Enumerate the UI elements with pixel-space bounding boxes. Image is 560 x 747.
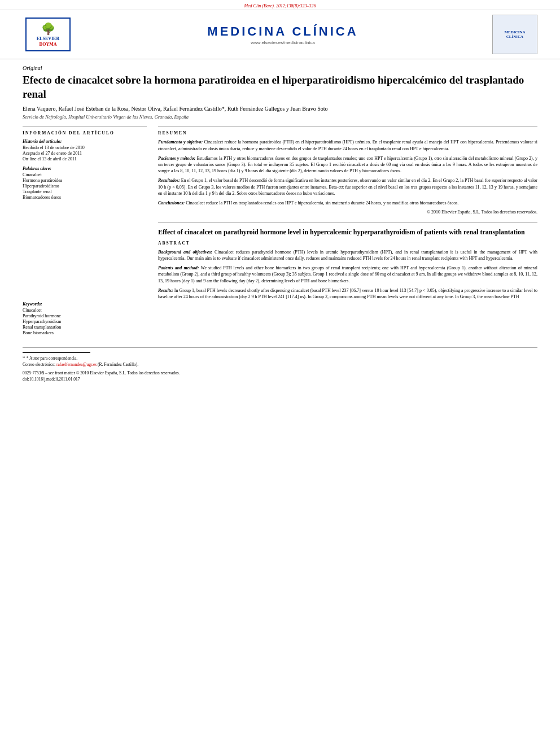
info-section-title: INFORMACIÓN DEL ARTÍCULO	[23, 130, 147, 136]
patients-label: Patients and method:	[158, 265, 199, 270]
email-line: Correo electrónico: rafaelfernandea@ugr.…	[23, 362, 537, 367]
fundamento-text: Cinacalcet reduce la hormona paratiroide…	[158, 139, 537, 151]
conclusiones-text: Cinacalcet reduce la PTH en trasplantado…	[186, 200, 458, 206]
article-title: Efecto de cinacalcet sobre la hormona pa…	[23, 73, 537, 101]
citation-bar: Med Clin (Barc). 2012;138(8):323–326	[0, 0, 560, 10]
journal-website: www.elsevier.es/medicinaclinica	[73, 40, 492, 45]
affiliation: Servicio de Nefrología, Hospital Univers…	[23, 114, 537, 120]
footnote: * * Autor para correspondencia.	[23, 355, 537, 361]
keyword-3: Hiperparatiroidismo	[23, 184, 147, 189]
eng-keyword-2: Parathyroid hormone	[23, 313, 147, 318]
see-front-text: – see front matter © 2010 Elsevier Españ…	[45, 370, 180, 375]
background-label: Background and objectives:	[158, 250, 212, 255]
received-date: Recibido el 13 de octubre de 2010	[23, 145, 147, 150]
page-footer: * * Autor para correspondencia. Correo e…	[23, 347, 537, 382]
copyright: © 2010 Elsevier España, S.L. Todos los d…	[158, 209, 537, 215]
left-column: INFORMACIÓN DEL ARTÍCULO Historia del ar…	[23, 126, 147, 336]
fundamento-para: Fundamento y objetivo: Cinacalcet reduce…	[158, 139, 537, 151]
two-column-layout: INFORMACIÓN DEL ARTÍCULO Historia del ar…	[23, 126, 537, 336]
eng-keywords-section: Keywords: Cinacalcet Parathyroid hormone…	[23, 302, 147, 335]
history-label: Historia del artículo:	[23, 139, 147, 144]
keyword-1: Cinacalcet	[23, 172, 147, 177]
right-column: RESUMEN Fundamento y objetivo: Cinacalce…	[158, 126, 537, 336]
english-section: Effect of cinacalcet on parathyroid horm…	[158, 222, 537, 300]
online-date: On-line el 13 de abril de 2011	[23, 156, 147, 161]
elsevier-logo: 🌳 ELSEVIER DOYMA	[23, 18, 73, 51]
footnote-star: *	[23, 355, 27, 361]
pacientes-text: Estudiamos la PTH y otros biomarcadores …	[158, 156, 537, 173]
eng-keywords-label: Keywords:	[23, 302, 147, 307]
keywords-label: Palabras clave:	[23, 166, 147, 171]
elsevier-text: ELSEVIER	[37, 36, 59, 42]
footer-separator	[23, 352, 90, 353]
article-type: Original	[23, 65, 537, 71]
fundamento-label: Fundamento y objetivo:	[158, 139, 203, 145]
background-text: Cinacalcet reduces parathyroid hormone (…	[158, 250, 537, 261]
issn-text: 0025-7753/$	[23, 370, 44, 375]
keyword-5: Biomarcadores óseos	[23, 195, 147, 200]
doyma-text: DOYMA	[39, 42, 56, 47]
eng-keyword-4: Renal transplantation	[23, 325, 147, 330]
accepted-date: Aceptado el 27 de enero de 2011	[23, 151, 147, 156]
keyword-2: Hormona paratiroidea	[23, 178, 147, 183]
keyword-4: Trasplante renal	[23, 189, 147, 194]
pacientes-para: Pacientes y método: Estudiamos la PTH y …	[158, 155, 537, 174]
keywords-section: Palabras clave: Cinacalcet Hormona parat…	[23, 166, 147, 200]
eng-keyword-1: Cinacalcet	[23, 308, 147, 313]
eng-keyword-5: Bone biomarkers	[23, 330, 147, 335]
email-suffix: (R. Fernández Castillo).	[98, 362, 138, 367]
eng-keyword-3: Hyperparathyroidism	[23, 319, 147, 324]
journal-header: 🌳 ELSEVIER DOYMA MEDICINA CLÍNICA www.el…	[0, 10, 560, 59]
pacientes-label: Pacientes y método:	[158, 156, 195, 161]
journal-cover-image: MEDICINACLÍNICA	[492, 15, 537, 54]
conclusiones-label: Conclusiones:	[158, 200, 185, 206]
email-address: rafaelfernandea@ugr.es	[56, 362, 97, 367]
resultados-para: Resultados: En el Grupo 1, el valor basa…	[158, 177, 537, 196]
citation-text: Med Clin (Barc). 2012;138(8):323–326	[244, 3, 316, 8]
results-text: In Group 1, basal PTH levels decreased s…	[158, 288, 537, 299]
doi-text: doi:10.1016/j.medcli.2011.01.017	[23, 377, 80, 382]
issn-line: 0025-7753/$ – see front matter © 2010 El…	[23, 370, 537, 375]
email-label: Correo electrónico:	[23, 362, 55, 367]
background-para: Background and objectives: Cinacalcet re…	[158, 249, 537, 261]
logo-box: 🌳 ELSEVIER DOYMA	[25, 18, 71, 51]
authors: Elena Vaquero, Rafael José Esteban de la…	[23, 106, 537, 112]
patients-para: Patients and method: We studied PTH leve…	[158, 265, 537, 284]
english-title: Effect of cinacalcet on parathyroid horm…	[158, 228, 537, 237]
resumen-title: RESUMEN	[158, 130, 537, 136]
cover-label: MEDICINACLÍNICA	[505, 30, 526, 40]
journal-title-center: MEDICINA CLÍNICA www.elsevier.es/medicin…	[73, 24, 492, 45]
conclusiones-para: Conclusiones: Cinacalcet reduce la PTH e…	[158, 200, 537, 206]
abstract-label: ABSTRACT	[158, 241, 537, 246]
results-label: Results:	[158, 288, 173, 293]
footnote-text: * Autor para correspondencia.	[27, 356, 77, 361]
resultados-label: Resultados:	[158, 178, 180, 183]
article-content: Original Efecto de cinacalcet sobre la h…	[0, 59, 560, 388]
journal-title: MEDICINA CLÍNICA	[73, 24, 492, 39]
resultados-text: En el Grupo 1, el valor basal de PTH des…	[158, 178, 537, 195]
patients-text: We studied PTH levels and other bone bio…	[158, 265, 537, 283]
results-para: Results: In Group 1, basal PTH levels de…	[158, 287, 537, 300]
doi-line: doi:10.1016/j.medcli.2011.01.017	[23, 377, 537, 382]
